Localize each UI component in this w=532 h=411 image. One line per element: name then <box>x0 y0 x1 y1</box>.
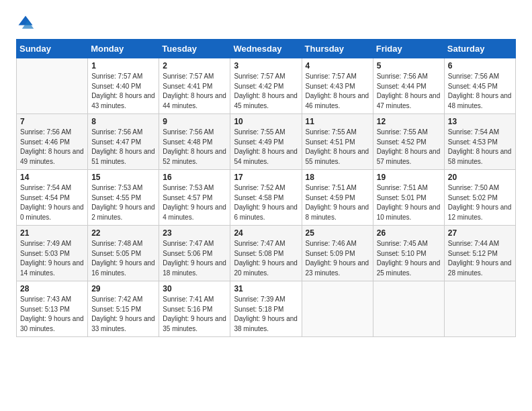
calendar-cell: 19 Sunrise: 7:51 AMSunset: 5:01 PMDaylig… <box>373 170 444 226</box>
calendar-cell <box>302 281 373 337</box>
day-info: Sunrise: 7:47 AMSunset: 5:06 PMDaylight:… <box>163 239 226 278</box>
calendar-cell: 16 Sunrise: 7:53 AMSunset: 4:57 PMDaylig… <box>159 170 230 226</box>
calendar-cell: 20 Sunrise: 7:50 AMSunset: 5:02 PMDaylig… <box>444 170 515 226</box>
day-number: 28 <box>20 284 84 293</box>
day-number: 29 <box>91 284 155 293</box>
calendar-cell <box>373 281 444 337</box>
day-number: 1 <box>91 61 155 71</box>
day-info: Sunrise: 7:55 AMSunset: 4:51 PMDaylight:… <box>306 128 369 167</box>
calendar-cell: 30 Sunrise: 7:41 AMSunset: 5:16 PMDaylig… <box>159 281 230 337</box>
day-info: Sunrise: 7:56 AMSunset: 4:48 PMDaylight:… <box>163 128 226 167</box>
calendar-cell: 3 Sunrise: 7:57 AMSunset: 4:42 PMDayligh… <box>230 58 302 114</box>
day-info: Sunrise: 7:57 AMSunset: 4:40 PMDaylight:… <box>91 72 155 111</box>
calendar-cell: 13 Sunrise: 7:54 AMSunset: 4:53 PMDaylig… <box>444 114 515 170</box>
day-header-tuesday: Tuesday <box>159 40 230 58</box>
day-info: Sunrise: 7:46 AMSunset: 5:09 PMDaylight:… <box>306 239 369 278</box>
calendar-cell <box>444 281 515 337</box>
day-header-saturday: Saturday <box>444 40 515 58</box>
day-number: 27 <box>448 228 512 238</box>
calendar-week-row: 21 Sunrise: 7:49 AMSunset: 5:03 PMDaylig… <box>17 226 516 281</box>
day-info: Sunrise: 7:41 AMSunset: 5:16 PMDaylight:… <box>163 295 226 334</box>
day-number: 4 <box>306 61 369 71</box>
day-info: Sunrise: 7:55 AMSunset: 4:52 PMDaylight:… <box>377 128 441 167</box>
calendar-cell: 15 Sunrise: 7:53 AMSunset: 4:55 PMDaylig… <box>88 170 159 226</box>
day-number: 19 <box>377 173 441 182</box>
calendar-cell: 1 Sunrise: 7:57 AMSunset: 4:40 PMDayligh… <box>88 58 159 114</box>
calendar-cell: 17 Sunrise: 7:52 AMSunset: 4:58 PMDaylig… <box>230 170 302 226</box>
day-info: Sunrise: 7:52 AMSunset: 4:58 PMDaylight:… <box>234 183 298 222</box>
page-header <box>16 13 516 32</box>
day-info: Sunrise: 7:56 AMSunset: 4:46 PMDaylight:… <box>20 128 84 167</box>
day-header-wednesday: Wednesday <box>230 40 302 58</box>
logo <box>16 13 38 32</box>
calendar-cell: 27 Sunrise: 7:44 AMSunset: 5:12 PMDaylig… <box>444 226 515 281</box>
calendar-cell: 22 Sunrise: 7:48 AMSunset: 5:05 PMDaylig… <box>88 226 159 281</box>
calendar-week-row: 14 Sunrise: 7:54 AMSunset: 4:54 PMDaylig… <box>17 170 516 226</box>
day-info: Sunrise: 7:47 AMSunset: 5:08 PMDaylight:… <box>234 239 298 278</box>
calendar-cell: 7 Sunrise: 7:56 AMSunset: 4:46 PMDayligh… <box>17 114 88 170</box>
day-number: 11 <box>306 117 369 126</box>
calendar-cell: 5 Sunrise: 7:56 AMSunset: 4:44 PMDayligh… <box>373 58 444 114</box>
calendar-week-row: 7 Sunrise: 7:56 AMSunset: 4:46 PMDayligh… <box>17 114 516 170</box>
day-number: 17 <box>234 173 298 182</box>
calendar-cell: 14 Sunrise: 7:54 AMSunset: 4:54 PMDaylig… <box>17 170 88 226</box>
day-info: Sunrise: 7:51 AMSunset: 5:01 PMDaylight:… <box>377 183 441 222</box>
day-header-thursday: Thursday <box>302 40 373 58</box>
calendar-header-row: SundayMondayTuesdayWednesdayThursdayFrid… <box>17 40 516 58</box>
day-info: Sunrise: 7:44 AMSunset: 5:12 PMDaylight:… <box>448 239 512 278</box>
day-info: Sunrise: 7:43 AMSunset: 5:13 PMDaylight:… <box>20 295 84 334</box>
day-info: Sunrise: 7:57 AMSunset: 4:42 PMDaylight:… <box>234 72 298 111</box>
calendar-week-row: 1 Sunrise: 7:57 AMSunset: 4:40 PMDayligh… <box>17 58 516 114</box>
calendar-cell: 21 Sunrise: 7:49 AMSunset: 5:03 PMDaylig… <box>17 226 88 281</box>
day-info: Sunrise: 7:53 AMSunset: 4:57 PMDaylight:… <box>163 183 226 222</box>
day-number: 24 <box>234 228 298 238</box>
day-info: Sunrise: 7:55 AMSunset: 4:49 PMDaylight:… <box>234 128 298 167</box>
day-info: Sunrise: 7:56 AMSunset: 4:44 PMDaylight:… <box>377 72 441 111</box>
day-number: 2 <box>163 61 226 71</box>
day-info: Sunrise: 7:57 AMSunset: 4:41 PMDaylight:… <box>163 72 226 111</box>
day-info: Sunrise: 7:39 AMSunset: 5:18 PMDaylight:… <box>234 295 298 334</box>
day-number: 23 <box>163 228 226 238</box>
day-info: Sunrise: 7:49 AMSunset: 5:03 PMDaylight:… <box>20 239 84 278</box>
calendar-cell: 4 Sunrise: 7:57 AMSunset: 4:43 PMDayligh… <box>302 58 373 114</box>
day-info: Sunrise: 7:54 AMSunset: 4:54 PMDaylight:… <box>20 183 84 222</box>
calendar-cell: 11 Sunrise: 7:55 AMSunset: 4:51 PMDaylig… <box>302 114 373 170</box>
day-info: Sunrise: 7:48 AMSunset: 5:05 PMDaylight:… <box>91 239 155 278</box>
day-number: 9 <box>163 117 226 126</box>
day-number: 5 <box>377 61 441 71</box>
day-number: 25 <box>306 228 369 238</box>
day-header-sunday: Sunday <box>17 40 88 58</box>
calendar-table: SundayMondayTuesdayWednesdayThursdayFrid… <box>16 39 516 337</box>
day-info: Sunrise: 7:51 AMSunset: 4:59 PMDaylight:… <box>306 183 369 222</box>
day-info: Sunrise: 7:57 AMSunset: 4:43 PMDaylight:… <box>306 72 369 111</box>
day-info: Sunrise: 7:56 AMSunset: 4:45 PMDaylight:… <box>448 72 512 111</box>
day-info: Sunrise: 7:56 AMSunset: 4:47 PMDaylight:… <box>91 128 155 167</box>
day-number: 20 <box>448 173 512 182</box>
calendar-cell: 29 Sunrise: 7:42 AMSunset: 5:15 PMDaylig… <box>88 281 159 337</box>
day-number: 10 <box>234 117 298 126</box>
calendar-cell: 9 Sunrise: 7:56 AMSunset: 4:48 PMDayligh… <box>159 114 230 170</box>
day-number: 18 <box>306 173 369 182</box>
day-number: 16 <box>163 173 226 182</box>
day-number: 30 <box>163 284 226 293</box>
calendar-cell: 8 Sunrise: 7:56 AMSunset: 4:47 PMDayligh… <box>88 114 159 170</box>
day-number: 21 <box>20 228 84 238</box>
day-info: Sunrise: 7:50 AMSunset: 5:02 PMDaylight:… <box>448 183 512 222</box>
calendar-cell: 25 Sunrise: 7:46 AMSunset: 5:09 PMDaylig… <box>302 226 373 281</box>
calendar-week-row: 28 Sunrise: 7:43 AMSunset: 5:13 PMDaylig… <box>17 281 516 337</box>
calendar-cell: 6 Sunrise: 7:56 AMSunset: 4:45 PMDayligh… <box>444 58 515 114</box>
day-number: 14 <box>20 173 84 182</box>
day-number: 31 <box>234 284 298 293</box>
calendar-cell: 28 Sunrise: 7:43 AMSunset: 5:13 PMDaylig… <box>17 281 88 337</box>
calendar-cell: 2 Sunrise: 7:57 AMSunset: 4:41 PMDayligh… <box>159 58 230 114</box>
calendar-cell: 12 Sunrise: 7:55 AMSunset: 4:52 PMDaylig… <box>373 114 444 170</box>
calendar-cell: 24 Sunrise: 7:47 AMSunset: 5:08 PMDaylig… <box>230 226 302 281</box>
calendar-cell <box>17 58 88 114</box>
day-header-monday: Monday <box>88 40 159 58</box>
day-header-friday: Friday <box>373 40 444 58</box>
day-info: Sunrise: 7:53 AMSunset: 4:55 PMDaylight:… <box>91 183 155 222</box>
day-number: 8 <box>91 117 155 126</box>
calendar-cell: 10 Sunrise: 7:55 AMSunset: 4:49 PMDaylig… <box>230 114 302 170</box>
calendar-cell: 23 Sunrise: 7:47 AMSunset: 5:06 PMDaylig… <box>159 226 230 281</box>
day-number: 12 <box>377 117 441 126</box>
